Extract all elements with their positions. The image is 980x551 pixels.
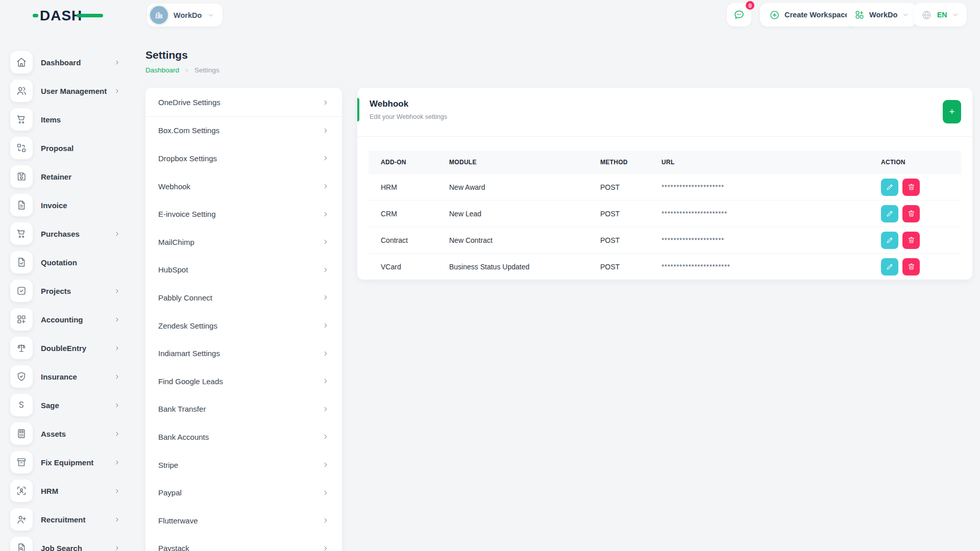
cart-icon [16, 114, 27, 125]
settings-menu-item-bank-transfer[interactable]: Bank Transfer [145, 395, 342, 423]
table-header-row: ADD-ON MODULE METHOD URL ACTION [369, 151, 961, 173]
settings-menu-item-webhook[interactable]: Webhook [145, 172, 342, 201]
pencil-icon [886, 183, 894, 191]
sidebar-item-accounting[interactable]: Accounting [0, 305, 137, 334]
grid-plus-icon [16, 314, 27, 325]
webhook-card-title: Webhook [370, 99, 960, 109]
settings-menu-item-paystack[interactable]: Paystack [145, 535, 342, 551]
edit-button[interactable] [881, 205, 898, 222]
chevron-right-icon [114, 345, 120, 352]
add-webhook-button[interactable]: + [943, 100, 961, 123]
chevron-right-icon [114, 545, 120, 551]
sidebar-item-items[interactable]: Items [0, 105, 137, 134]
edit-button[interactable] [881, 179, 898, 196]
messages-button[interactable]: 0 [727, 3, 751, 27]
chevron-right-icon [114, 288, 120, 294]
settings-menu-item-zendesk[interactable]: Zendesk Settings [145, 312, 342, 340]
shield-check-icon [16, 371, 27, 382]
workspace-switcher[interactable]: WorkDo [147, 4, 223, 27]
settings-menu-item-pabbly[interactable]: Pabbly Connect [145, 284, 342, 312]
chevron-right-icon [114, 88, 120, 94]
settings-menu-item-mailchimp[interactable]: MailChimp [145, 228, 342, 256]
create-workspace-label: Create Workspace [785, 11, 849, 19]
breadcrumb-current: Settings [194, 66, 219, 74]
sidebar-item-quotation[interactable]: Quotation [0, 248, 137, 277]
sidebar-item-sage[interactable]: Sage [0, 391, 137, 419]
chevron-right-icon [322, 294, 329, 301]
table-row: CRM New Lead POST ********************** [369, 200, 961, 227]
cell-url: ********************* [649, 183, 869, 191]
cell-addon: Contract [369, 236, 437, 244]
settings-menu-item-einvoice[interactable]: E-invoice Setting [145, 200, 342, 228]
language-code: EN [937, 11, 947, 19]
settings-menu-item-dropbox[interactable]: Dropbox Settings [145, 144, 342, 172]
settings-menu-item-onedrive[interactable]: OneDrive Settings [145, 89, 342, 117]
dash-logo[interactable]: DASH [33, 7, 104, 23]
sidebar-item-fix-equipment[interactable]: Fix Equipment [0, 448, 137, 477]
calculator-icon [16, 428, 27, 439]
settings-menu-item-boxcom[interactable]: Box.Com Settings [145, 117, 342, 145]
settings-menu-item-bank-accounts[interactable]: Bank Accounts [145, 423, 342, 451]
language-selector[interactable]: EN [914, 3, 967, 27]
delete-button[interactable] [902, 179, 920, 196]
settings-menu-item-hubspot[interactable]: HubSpot [145, 256, 342, 284]
plus-circle-icon [769, 10, 780, 20]
archive-icon [16, 457, 27, 468]
chevron-right-icon [114, 459, 120, 466]
sidebar-item-user-management[interactable]: User Management [0, 77, 137, 105]
sidebar-item-invoice[interactable]: Invoice [0, 191, 137, 219]
settings-menu-item-google-leads[interactable]: Find Google Leads [145, 367, 342, 395]
chevron-right-icon [322, 517, 329, 524]
create-workspace-button[interactable]: Create Workspace [760, 3, 858, 27]
table-row: Contract New Contract POST *************… [369, 227, 961, 253]
cell-url: *********************** [649, 263, 869, 270]
webhook-card-subtitle: Edit your Webhook settings [370, 113, 960, 120]
sidebar-item-doubleentry[interactable]: DoubleEntry [0, 334, 137, 362]
chevron-down-icon [902, 11, 909, 18]
chevron-right-icon [322, 183, 329, 190]
delete-button[interactable] [902, 232, 920, 249]
sidebar-item-dashboard[interactable]: Dashboard [0, 48, 137, 77]
notification-badge: 0 [745, 0, 755, 11]
settings-menu-item-stripe[interactable]: Stripe [145, 451, 342, 479]
chevron-right-icon [114, 373, 120, 380]
settings-menu-card: OneDrive Settings Box.Com Settings Dropb… [145, 88, 342, 551]
cell-module: Business Status Updated [437, 263, 588, 271]
sidebar-item-retainer[interactable]: Retainer [0, 162, 137, 191]
sidebar-item-proposal[interactable]: Proposal [0, 134, 137, 162]
swap-grid-icon [16, 142, 27, 154]
sidebar-item-job-search[interactable]: Job Search [0, 534, 137, 551]
settings-menu-item-indiamart[interactable]: Indiamart Settings [145, 339, 342, 367]
delete-button[interactable] [902, 205, 920, 222]
breadcrumb-dashboard-link[interactable]: Dashboard [145, 66, 179, 74]
workdo-apps-menu[interactable]: WorkDo [847, 3, 917, 27]
cell-module: New Lead [437, 210, 588, 218]
settings-menu-item-paypal[interactable]: Paypal [145, 479, 342, 507]
sidebar-item-recruitment[interactable]: Recruitment [0, 505, 137, 534]
trash-icon [907, 183, 916, 191]
cell-url: ********************** [649, 210, 869, 217]
scale-icon [16, 342, 27, 354]
edit-button[interactable] [881, 258, 898, 276]
chevron-right-icon [114, 316, 120, 323]
sidebar-item-purchases[interactable]: Purchases [0, 219, 137, 248]
cell-addon: CRM [369, 210, 437, 218]
chevron-right-icon [184, 67, 190, 73]
chevron-right-icon [322, 378, 329, 385]
settings-menu-item-flutterwave[interactable]: Flutterwave [145, 507, 342, 535]
table-row: VCard Business Status Updated POST *****… [369, 253, 961, 280]
cell-method: POST [588, 263, 649, 271]
edit-button[interactable] [881, 232, 898, 249]
column-header-url: URL [649, 159, 869, 166]
webhook-card-header: Webhook Edit your Webhook settings + [357, 88, 972, 137]
column-header-addon: ADD-ON [369, 159, 437, 166]
sidebar-item-insurance[interactable]: Insurance [0, 362, 137, 391]
chevron-down-icon [207, 12, 214, 19]
sidebar-item-assets[interactable]: Assets [0, 419, 137, 448]
pencil-icon [886, 236, 894, 244]
cart-icon [16, 228, 27, 239]
sidebar-item-hrm[interactable]: HRM [0, 477, 137, 505]
check-square-icon [16, 285, 27, 296]
sidebar-item-projects[interactable]: Projects [0, 277, 137, 305]
delete-button[interactable] [902, 258, 920, 276]
